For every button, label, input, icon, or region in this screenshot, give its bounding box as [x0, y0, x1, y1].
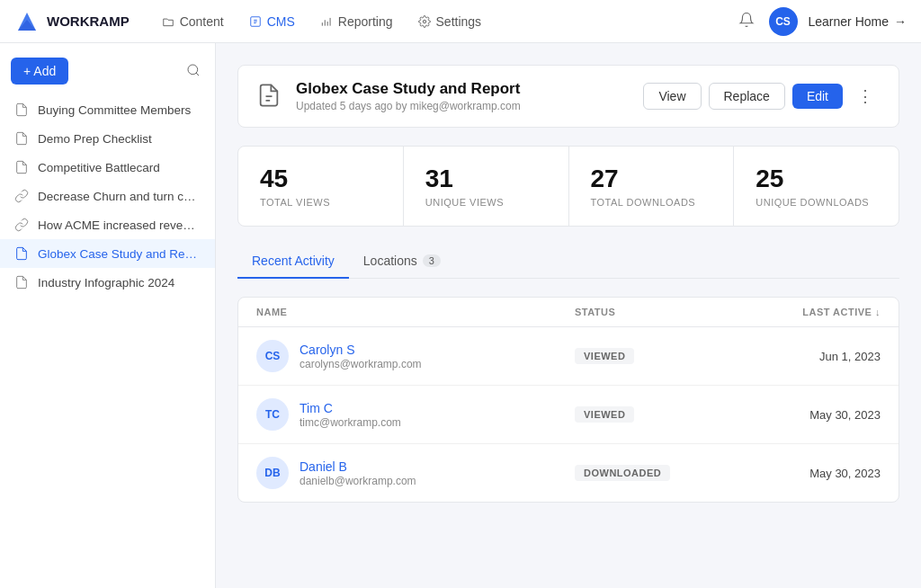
learner-home-link[interactable]: Learner Home → [809, 14, 908, 29]
table-row: CS Carolyn S carolyns@workramp.com VIEWE… [238, 327, 899, 386]
sidebar-item-battlecard[interactable]: Competitive Battlecard [0, 153, 215, 182]
last-active-cell: May 30, 2023 [719, 467, 881, 480]
sidebar-item-demo-prep[interactable]: Demo Prep Checklist [0, 124, 215, 153]
doc-icon [14, 131, 29, 146]
cms-icon [249, 15, 262, 28]
file-title: Globex Case Study and Report [296, 80, 629, 98]
user-name: Tim C [300, 401, 401, 415]
sidebar-item-decrease-churn[interactable]: Decrease Churn and turn cus... [0, 182, 215, 210]
doc-icon [14, 102, 29, 117]
avatar: DB [256, 457, 289, 489]
search-icon [186, 63, 201, 77]
stat-total-downloads: 27 TOTAL DOWNLOADS [569, 147, 735, 226]
file-meta: Updated 5 days ago by mikeg@workramp.com [296, 100, 629, 112]
bell-icon [738, 12, 755, 28]
main-content: Globex Case Study and Report Updated 5 d… [216, 43, 921, 588]
logo[interactable]: WORKRAMP [14, 9, 130, 34]
user-name: Carolyn S [300, 343, 422, 357]
search-button[interactable] [183, 59, 204, 84]
sidebar-item-acme[interactable]: How ACME increased revenu... [0, 210, 215, 239]
status-cell: DOWNLOADED [575, 465, 719, 481]
locations-badge: 3 [423, 254, 441, 267]
doc-active-icon [14, 246, 29, 261]
sidebar: + Add Buying Committee Members Demo Prep… [0, 43, 216, 588]
svg-point-4 [188, 65, 198, 75]
stat-unique-downloads: 25 UNIQUE DOWNLOADS [734, 147, 899, 226]
add-button[interactable]: + Add [11, 58, 68, 85]
link-icon [14, 218, 29, 232]
view-button[interactable]: View [643, 83, 701, 110]
nav-content[interactable]: Content [151, 9, 235, 34]
svg-point-3 [423, 20, 426, 23]
link-icon [14, 189, 29, 203]
doc-icon [14, 160, 29, 174]
folder-icon [162, 15, 174, 28]
status-badge: VIEWED [575, 348, 634, 364]
nav-right: CS Learner Home → [735, 7, 908, 36]
settings-icon [418, 15, 431, 28]
file-actions: View Replace Edit ⋮ [643, 83, 881, 110]
replace-button[interactable]: Replace [709, 83, 785, 110]
edit-button[interactable]: Edit [792, 84, 843, 109]
avatar: TC [256, 398, 289, 431]
topnav: WORKRAMP Content CMS Reporting Settings … [0, 0, 921, 43]
notification-bell[interactable] [735, 8, 758, 34]
activity-table: NAME STATUS LAST ACTIVE ↓ CS Carolyn S c… [237, 297, 899, 503]
reporting-icon [320, 15, 333, 28]
tab-locations[interactable]: Locations 3 [349, 245, 455, 279]
tab-recent-activity[interactable]: Recent Activity [237, 245, 349, 279]
nav-links: Content CMS Reporting Settings [151, 9, 735, 34]
user-cell: DB Daniel B danielb@workramp.com [256, 457, 575, 489]
file-type-icon [256, 83, 282, 111]
user-email: timc@workramp.com [300, 416, 401, 429]
table-row: TC Tim C timc@workramp.com VIEWED May 30… [238, 386, 899, 444]
status-cell: VIEWED [575, 348, 719, 364]
user-email: carolyns@workramp.com [300, 358, 422, 370]
sidebar-item-globex[interactable]: Globex Case Study and Report [0, 239, 215, 268]
sidebar-actions: + Add [0, 54, 215, 95]
nav-reporting[interactable]: Reporting [309, 9, 404, 34]
last-active-cell: May 30, 2023 [719, 408, 881, 422]
layout: + Add Buying Committee Members Demo Prep… [0, 43, 921, 588]
activity-tabs: Recent Activity Locations 3 [237, 245, 899, 279]
col-status-header: STATUS [575, 307, 719, 317]
user-cell: CS Carolyn S carolyns@workramp.com [256, 340, 575, 372]
doc-icon [14, 275, 29, 290]
more-options-button[interactable]: ⋮ [850, 83, 881, 110]
user-name: Daniel B [300, 459, 416, 474]
table-header: NAME STATUS LAST ACTIVE ↓ [238, 298, 899, 327]
sidebar-item-infographic[interactable]: Industry Infographic 2024 [0, 268, 215, 297]
file-info: Globex Case Study and Report Updated 5 d… [296, 80, 629, 112]
avatar: CS [256, 340, 289, 372]
stat-unique-views: 31 UNIQUE VIEWS [404, 147, 569, 226]
col-name-header: NAME [256, 307, 575, 317]
col-last-active-header: LAST ACTIVE ↓ [719, 307, 881, 317]
status-badge: DOWNLOADED [575, 465, 670, 481]
last-active-cell: Jun 1, 2023 [719, 350, 881, 363]
user-avatar: CS [769, 7, 798, 36]
table-row: DB Daniel B danielb@workramp.com DOWNLOA… [238, 444, 899, 502]
file-header: Globex Case Study and Report Updated 5 d… [237, 65, 899, 128]
stats-row: 45 TOTAL VIEWS 31 UNIQUE VIEWS 27 TOTAL … [237, 146, 899, 227]
app-name: WORKRAMP [47, 13, 130, 29]
sidebar-item-buying-committee[interactable]: Buying Committee Members [0, 95, 215, 124]
nav-settings[interactable]: Settings [407, 9, 493, 34]
status-cell: VIEWED [575, 406, 719, 423]
nav-cms[interactable]: CMS [238, 9, 306, 34]
status-badge: VIEWED [575, 406, 634, 423]
user-email: danielb@workramp.com [300, 475, 416, 487]
stat-total-views: 45 TOTAL VIEWS [238, 147, 404, 226]
user-cell: TC Tim C timc@workramp.com [256, 398, 575, 431]
